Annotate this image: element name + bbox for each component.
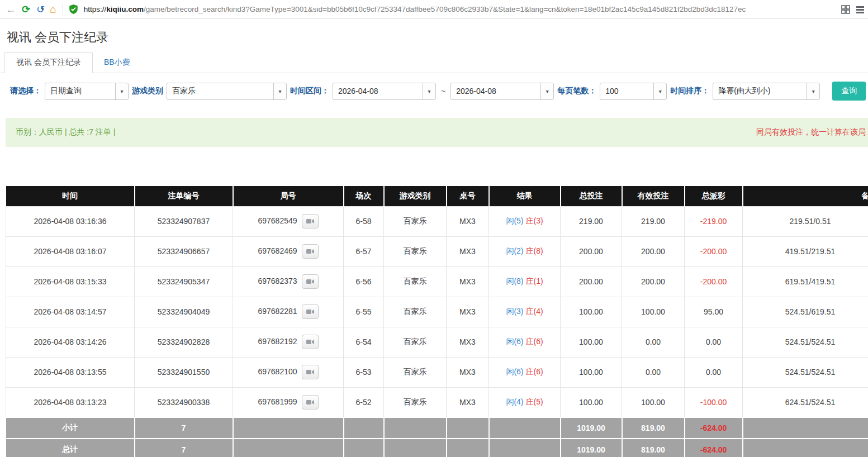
- result-banker: 庄(1): [526, 277, 543, 285]
- cell-total-bet[interactable]: 100.00: [561, 297, 622, 327]
- filter-bar: 请选择： 日期查询 ▾ 游戏类别 百家乐 ▾ 时间区间： 2026-04-08 …: [0, 73, 868, 109]
- page-size-select[interactable]: 100 ▾: [600, 83, 667, 100]
- round-replay-button[interactable]: [302, 365, 319, 379]
- round-replay-button[interactable]: [302, 304, 319, 319]
- cell-total-bet[interactable]: 219.00: [561, 206, 622, 236]
- cell-total-bet[interactable]: 100.00: [561, 327, 622, 357]
- cell-round: 697682549: [233, 206, 344, 236]
- header-session: 场次: [344, 186, 384, 206]
- cell-bet-id: 523324907837: [135, 206, 233, 236]
- cell-table-no: MX3: [447, 357, 489, 387]
- video-icon: [306, 218, 314, 225]
- video-icon: [306, 339, 314, 345]
- cell-result: 闲(4)庄(5): [489, 387, 561, 417]
- empty-cell: [384, 439, 447, 457]
- header-game: 游戏类别: [384, 186, 447, 206]
- chevron-down-icon[interactable]: ▾: [653, 83, 666, 99]
- round-replay-button[interactable]: [302, 214, 319, 229]
- cell-remark: 524.51/619.51: [743, 297, 868, 327]
- cell-payout: -219.00: [685, 206, 743, 236]
- home-icon[interactable]: ⌂: [50, 4, 56, 15]
- cell-result: 闲(3)庄(4): [489, 297, 561, 327]
- cell-total-bet[interactable]: 100.00: [561, 387, 622, 417]
- cell-remark: 419.51/219.51: [743, 236, 868, 266]
- result-player: 闲(3): [506, 307, 523, 316]
- cell-valid-bet: 100.00: [622, 387, 685, 417]
- subtotal-count: 7: [135, 417, 233, 439]
- empty-cell: [447, 417, 489, 439]
- round-replay-button[interactable]: [302, 395, 319, 410]
- cell-valid-bet: 219.00: [622, 206, 685, 236]
- cell-table-no: MX3: [447, 206, 489, 236]
- header-remark: 备注: [743, 186, 868, 206]
- header-result: 结果: [489, 186, 561, 206]
- date-from-picker[interactable]: 2026-04-08 ▾: [333, 83, 436, 100]
- tab-bet-records[interactable]: 视讯 会员下注纪录: [4, 52, 93, 73]
- chevron-down-icon[interactable]: ▾: [423, 83, 435, 99]
- cell-game: 百家乐: [384, 357, 447, 387]
- video-icon: [306, 369, 314, 375]
- result-player: 闲(2): [506, 246, 523, 255]
- total-row: 总计 7 1019.00 819.00 -624.00: [6, 439, 868, 457]
- cell-result: 闲(8)庄(1): [489, 266, 561, 297]
- cell-round: 697682281: [233, 297, 344, 327]
- cell-game: 百家乐: [384, 206, 447, 236]
- chevron-down-icon[interactable]: ▾: [273, 83, 286, 99]
- table-row: 2026-04-08 03:15:33 523324905347 6976823…: [6, 266, 868, 297]
- cell-round: 697682192: [233, 327, 344, 357]
- cell-valid-bet: 200.00: [622, 236, 685, 266]
- cell-time: 2026-04-08 03:16:07: [6, 236, 135, 266]
- cell-payout: -100.00: [685, 387, 743, 417]
- cell-session: 6-58: [344, 206, 384, 236]
- page-title: 视讯 会员下注纪录: [7, 29, 868, 46]
- chevron-down-icon[interactable]: ▾: [115, 83, 128, 99]
- date-to-picker[interactable]: 2026-04-08 ▾: [450, 83, 554, 100]
- cell-round: 697682100: [233, 357, 344, 387]
- result-banker: 庄(4): [526, 307, 543, 316]
- cell-remark: 619.51/419.51: [743, 266, 868, 297]
- table-row: 2026-04-08 03:16:36 523324907837 6976825…: [6, 206, 868, 236]
- settings-icon[interactable]: [856, 5, 865, 14]
- records-table-container: 时间 注单编号 局号 场次 游戏类别 桌号 结果 总投注 有效投注 总派彩 备注…: [6, 186, 868, 457]
- cell-bet-id: 523324906657: [135, 236, 233, 266]
- sort-order-select[interactable]: 降幂(由大到小) ▾: [713, 83, 820, 100]
- page-size-value: 100: [600, 83, 653, 99]
- cell-bet-id: 523324904049: [135, 297, 233, 327]
- url-bar[interactable]: https://kiqiiu.com/game/betrecord_search…: [84, 5, 831, 13]
- header-time: 时间: [6, 186, 135, 206]
- back-icon[interactable]: ←: [6, 4, 16, 15]
- chevron-down-icon[interactable]: ▾: [807, 83, 819, 99]
- tab-bar: 视讯 会员下注纪录 BB小费: [0, 53, 868, 73]
- cell-remark: 219.51/0.51: [743, 206, 868, 236]
- cell-payout: -200.00: [685, 266, 743, 297]
- query-type-select[interactable]: 日期查询 ▾: [45, 83, 129, 100]
- refresh-icon[interactable]: ⟳: [22, 4, 30, 15]
- total-label: 总计: [6, 439, 135, 457]
- tab-bb-tip[interactable]: BB小费: [93, 53, 141, 73]
- video-icon: [306, 399, 314, 406]
- header-valid-bet: 有效投注: [622, 186, 685, 206]
- apps-grid-icon[interactable]: [841, 5, 850, 14]
- cell-remark: 624.51/524.51: [743, 387, 868, 417]
- header-total-bet: 总投注: [561, 186, 622, 206]
- game-type-value: 百家乐: [167, 83, 273, 99]
- cell-total-bet[interactable]: 100.00: [561, 357, 622, 387]
- date-range-separator: ~: [439, 87, 447, 96]
- table-row: 2026-04-08 03:14:26 523324902828 6976821…: [6, 327, 868, 357]
- cell-total-bet[interactable]: 200.00: [561, 236, 622, 266]
- cell-valid-bet: 200.00: [622, 266, 685, 297]
- undo-button[interactable]: ↺ ▾: [36, 4, 44, 15]
- round-replay-button[interactable]: [302, 274, 319, 289]
- round-number: 697682549: [258, 216, 297, 225]
- cell-total-bet[interactable]: 200.00: [561, 266, 622, 297]
- round-replay-button[interactable]: [302, 335, 319, 349]
- search-button[interactable]: 查询: [832, 82, 866, 101]
- currency-summary-text: 币别：人民币 | 总共 :7 注单 |: [16, 127, 115, 137]
- cell-result: 闲(6)庄(6): [489, 357, 561, 387]
- round-replay-button[interactable]: [302, 244, 319, 259]
- chevron-down-icon[interactable]: ▾: [540, 83, 553, 99]
- cell-payout: 0.00: [685, 357, 743, 387]
- table-header-row: 时间 注单编号 局号 场次 游戏类别 桌号 结果 总投注 有效投注 总派彩 备注: [6, 186, 868, 206]
- game-type-select[interactable]: 百家乐 ▾: [167, 83, 287, 100]
- cell-remark: 524.51/524.51: [743, 327, 868, 357]
